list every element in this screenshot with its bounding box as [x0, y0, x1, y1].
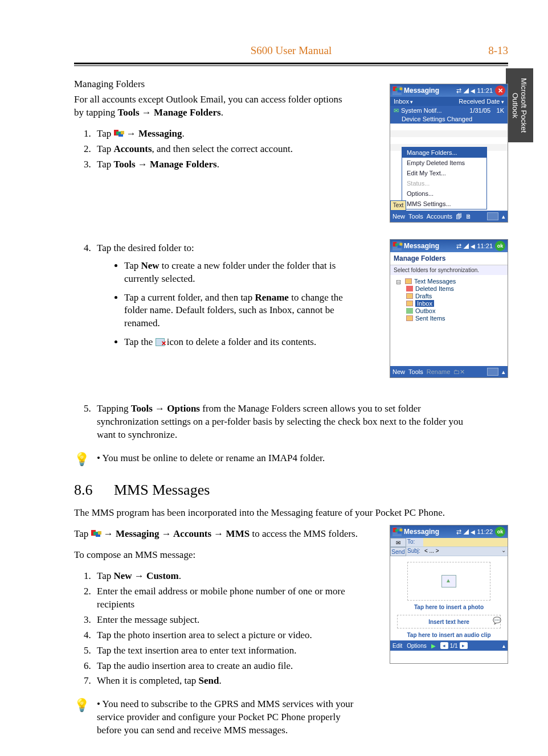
mms-step-3: Enter the message subject.: [93, 614, 347, 627]
step-2: Tap Accounts, and then select the correc…: [93, 143, 347, 156]
tree-item-drafts[interactable]: Drafts: [396, 293, 504, 299]
bullet-delete: Tap the icon to delete a folder and its …: [124, 336, 347, 349]
menu-item-manage-folders[interactable]: Manage Folders...: [402, 147, 486, 158]
action: Rename: [255, 292, 288, 303]
toolbar-options[interactable]: Options: [407, 643, 426, 649]
start-menu-icon[interactable]: [392, 241, 402, 250]
start-menu-icon[interactable]: [392, 527, 402, 536]
tree-root[interactable]: Text Messages: [396, 278, 504, 285]
sip-keyboard-icon[interactable]: [487, 368, 498, 376]
toolbar-tools[interactable]: Tools: [408, 368, 423, 375]
screenshot-messaging-tools-menu: Messaging ⇄11:21 ✕ Inbox Received Date ✉…: [390, 84, 508, 223]
toolbar-tools[interactable]: Tools: [408, 213, 423, 220]
titlebar: Messaging ⇄11:22 ok: [390, 525, 508, 538]
account-tab-text[interactable]: Text: [390, 200, 406, 211]
lightbulb-icon: 💡: [74, 698, 89, 713]
section-number: 8.6: [74, 482, 114, 499]
bullet-rename: Tap a current folder, and then tap Renam…: [124, 291, 347, 331]
ok-icon[interactable]: ok: [495, 527, 505, 537]
menu-item-options[interactable]: Options...: [402, 188, 486, 199]
text: Tap: [97, 570, 114, 581]
text: Tap: [97, 143, 114, 154]
photo-insert-area[interactable]: [407, 562, 490, 601]
screenshot-mms-compose: Messaging ⇄11:22 ok ✉ Send To: Subj: < .…: [390, 525, 508, 664]
start-menu-icon[interactable]: [392, 86, 402, 95]
folder-icon: [406, 293, 413, 299]
toolbar-up-icon[interactable]: ▴: [502, 368, 505, 376]
menu-item-edit-my-text[interactable]: Edit My Text...: [402, 168, 486, 178]
doc-header-page: 8-13: [474, 44, 508, 57]
step-1: Tap → Messaging.: [93, 128, 347, 141]
tip-block-2: 💡 You need to subscribe to the GPRS and …: [74, 698, 359, 737]
screen-subheading: Select folders for synchronization.: [390, 265, 508, 275]
to-label: To:: [406, 538, 423, 547]
menu-item-mms-settings[interactable]: MMS Settings...: [402, 199, 486, 209]
toolbar-icon[interactable]: 🗐: [456, 213, 462, 220]
delete-folder-icon: 🗀✕: [453, 368, 465, 376]
tree-label: Drafts: [415, 293, 432, 299]
toolbar-new[interactable]: New: [392, 368, 405, 375]
text: .: [219, 675, 221, 686]
chapter-side-tab: Microsoft Pocket Outlook: [506, 68, 533, 142]
sort-dropdown[interactable]: Received Date: [459, 98, 504, 105]
mms-step-2: Enter the email address or mobile phone …: [93, 585, 347, 611]
folder-icon: [406, 301, 413, 306]
step-4: Tap the desired folder to: Tap New to cr…: [93, 242, 347, 350]
text: Tap: [97, 128, 114, 139]
screen-heading: Manage Folders: [390, 252, 508, 265]
prev-slide-button[interactable]: ◂: [440, 642, 448, 649]
toolbar-new[interactable]: New: [392, 213, 405, 220]
header-rule: [74, 63, 508, 66]
send-button[interactable]: Send: [390, 547, 406, 556]
tree-item-outbox[interactable]: Outbox: [396, 307, 504, 314]
photo-insert-label: Tap here to insert a photo: [390, 604, 508, 610]
subj-field[interactable]: < ... >: [423, 547, 500, 556]
trash-icon: [406, 286, 413, 291]
tree-item-deleted[interactable]: Deleted Items: [396, 285, 504, 292]
expand-icon[interactable]: ⌄: [500, 547, 508, 556]
arrow: →: [124, 128, 139, 139]
to-field[interactable]: [423, 538, 508, 547]
folder-dropdown[interactable]: Inbox: [394, 98, 413, 105]
app-title: Messaging: [404, 87, 439, 94]
message-size: 1K: [490, 107, 504, 114]
tree-label: Deleted Items: [415, 285, 454, 292]
menu-path: Tools → Options: [131, 403, 200, 414]
tree-item-inbox[interactable]: Inbox: [396, 300, 504, 307]
toolbar-up-icon[interactable]: ▴: [502, 643, 505, 649]
steps-list-a: Tap → Messaging. Tap Accounts, and then …: [74, 128, 347, 171]
text: .: [182, 128, 185, 139]
close-icon[interactable]: ✕: [495, 85, 505, 96]
menu-path: Tools → Manage Folders: [118, 107, 221, 118]
steps-list-b: Tap the desired folder to: Tap New to cr…: [74, 242, 347, 350]
mms-intro-1: The MMS program has been incorporated in…: [74, 507, 479, 520]
text: Tap: [124, 260, 141, 271]
menu-item-empty-deleted[interactable]: Empty Deleted Items: [402, 158, 486, 168]
toolbar-play-icon[interactable]: ▶: [431, 643, 436, 649]
toolbar-edit[interactable]: Edit: [392, 643, 402, 649]
ok-icon[interactable]: ok: [495, 241, 505, 251]
screenshot-manage-folders: Messaging ⇄11:21 ok Manage Folders Selec…: [390, 239, 508, 378]
app-title: Messaging: [404, 528, 439, 536]
next-slide-button[interactable]: ▸: [460, 642, 468, 649]
mms-step-7: When it is completed, tap Send.: [93, 675, 347, 688]
start-menu-icon: [91, 530, 101, 538]
audio-insert-label[interactable]: Tap here to insert an audio clip: [390, 632, 508, 638]
text-insert-area[interactable]: Insert text here 💬: [397, 615, 501, 628]
clock: 11:21: [477, 87, 493, 94]
speech-bubble-icon[interactable]: 💬: [493, 617, 501, 624]
message-row[interactable]: ✉ System Notif... 1/31/05 1K: [390, 106, 508, 116]
start-menu-icon: [114, 130, 124, 138]
tree-label: Sent Items: [415, 315, 445, 322]
toolbar-accounts[interactable]: Accounts: [427, 213, 452, 220]
folder-tree: Text Messages Deleted Items Drafts Inbox…: [390, 275, 508, 324]
sip-keyboard-icon[interactable]: [487, 212, 498, 220]
mms-steps: Tap New → Custom. Enter the email addres…: [74, 570, 347, 688]
toolbar-up-icon[interactable]: ▴: [502, 213, 505, 220]
mms-step-1: Tap New → Custom.: [93, 570, 347, 583]
tree-item-sent[interactable]: Sent Items: [396, 315, 504, 322]
message-sender: System Notif...: [401, 107, 469, 114]
toolbar-icon[interactable]: 🗎: [465, 213, 472, 220]
toolbar-rename: Rename: [427, 368, 451, 375]
menu-path: Messaging → Accounts → MMS: [116, 528, 250, 539]
